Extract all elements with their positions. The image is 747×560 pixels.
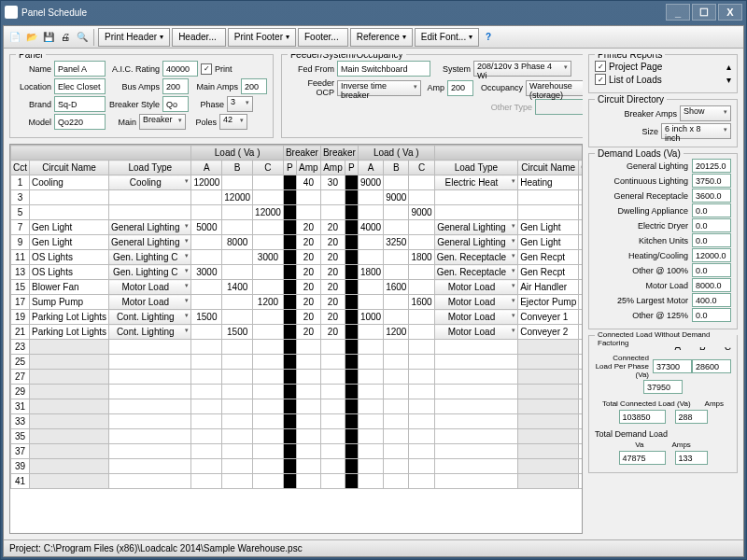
total-connected-va: 103850 xyxy=(619,410,666,424)
demand-value: 12000.0 xyxy=(692,248,731,262)
size-select[interactable]: 6 inch x 8 inch xyxy=(661,123,731,139)
demand-value: 3750.0 xyxy=(692,174,731,188)
bus-amps-input[interactable] xyxy=(162,78,189,94)
fed-from-input[interactable] xyxy=(337,61,430,77)
demand-value: 0.0 xyxy=(692,218,731,232)
system-select[interactable]: 208/120v 3 Phase 4 Wi xyxy=(473,61,571,77)
demand-value: 20125.0 xyxy=(692,159,731,173)
demand-value: 8000.0 xyxy=(692,278,731,292)
table-row[interactable]: 31200090004 xyxy=(11,190,584,205)
demand-value: 0.0 xyxy=(692,263,731,277)
table-row[interactable]: 3738 xyxy=(11,444,584,459)
occupancy-select[interactable]: Warehouse (storage) xyxy=(526,80,583,96)
connected-mid: 37950 xyxy=(643,380,683,394)
table-row[interactable]: 11OS LightsGen. Lighting C300020201800Ge… xyxy=(11,250,584,265)
main-amps-input[interactable] xyxy=(241,78,267,94)
report-down-icon[interactable]: ▾ xyxy=(726,75,731,85)
total-connected-amps: 288 xyxy=(675,410,708,424)
table-row[interactable]: 2930 xyxy=(11,385,584,399)
preview-icon[interactable]: 🔍 xyxy=(75,30,90,45)
table-row[interactable]: 19Parking Lot LightsCont. Lighting150020… xyxy=(11,310,584,325)
close-button[interactable]: X xyxy=(718,4,742,21)
list-loads-checkbox[interactable]: ✓ xyxy=(595,74,606,85)
demand-value: 0.0 xyxy=(692,233,731,247)
toolbar: 📄 📂 💾 🖨 🔍 Print Header Header... Print F… xyxy=(4,26,743,49)
feeder-amp-input[interactable] xyxy=(447,80,473,96)
new-icon[interactable]: 📄 xyxy=(7,30,22,45)
statusbar: Project: C:\Program Files (x86)\Loadcalc… xyxy=(4,539,743,556)
feeder-fieldset: Feeder/System/Occupancy Fed From System … xyxy=(281,54,583,138)
table-row[interactable]: 15Blower FanMotor Load140020201600Motor … xyxy=(11,280,584,295)
print-footer-button[interactable]: Print Footer xyxy=(228,28,296,47)
demand-value: 0.0 xyxy=(692,308,731,322)
footer-button[interactable]: Footer... xyxy=(298,28,348,47)
demand-loads-fieldset: Demand Loads (Va) General Lighting20125.… xyxy=(588,153,738,329)
circuit-directory-fieldset: Circuit Directory Breaker AmpsShow Size6… xyxy=(588,99,738,147)
phase-select[interactable]: 3 xyxy=(227,96,253,112)
demand-value: 0.0 xyxy=(692,203,731,217)
table-row[interactable]: 3940 xyxy=(11,459,584,474)
table-row[interactable]: 51200090006 xyxy=(11,205,584,220)
connected-load-fieldset: Connected Load Without Demand Factoring … xyxy=(588,335,738,473)
total-demand-va: 47875 xyxy=(619,451,666,465)
connected-c: 28600 xyxy=(692,359,731,373)
connected-a: 37300 xyxy=(653,359,692,373)
maximize-button[interactable]: ☐ xyxy=(692,4,716,21)
panel-name-input[interactable] xyxy=(54,61,106,77)
app-icon xyxy=(5,6,18,19)
project-page-checkbox[interactable]: ✓ xyxy=(595,61,606,72)
table-row[interactable]: 7Gen LightGeneral Lighting500020204000Ge… xyxy=(11,220,584,235)
save-icon[interactable]: 💾 xyxy=(41,30,56,45)
panel-fieldset: Panel Name A.I.C. Rating ✓ Print Locatio… xyxy=(9,54,274,138)
ocp-select[interactable]: Inverse time breaker xyxy=(337,80,421,96)
aic-input[interactable] xyxy=(162,61,198,77)
report-up-icon[interactable]: ▴ xyxy=(726,62,731,72)
help-icon[interactable]: ? xyxy=(481,30,496,45)
table-row[interactable]: 1CoolingCooling1200040309000Electric Hea… xyxy=(11,175,584,190)
table-row[interactable]: 2728 xyxy=(11,370,584,385)
minimize-button[interactable]: _ xyxy=(666,4,690,21)
brand-input[interactable] xyxy=(54,96,106,112)
table-row[interactable]: 2324 xyxy=(11,340,584,355)
table-row[interactable]: 21Parking Lot LightsCont. Lighting150020… xyxy=(11,325,584,340)
print-header-button[interactable]: Print Header xyxy=(98,28,170,47)
style-input[interactable] xyxy=(162,96,189,112)
poles-select[interactable]: 42 xyxy=(219,114,247,130)
printed-reports-fieldset: Printed Reports ✓Project Page▴ ✓List of … xyxy=(588,54,738,93)
location-input[interactable] xyxy=(54,78,106,94)
main-select[interactable]: Breaker xyxy=(139,114,186,130)
demand-value: 400.0 xyxy=(692,293,731,307)
titlebar: Panel Schedule _ ☐ X xyxy=(1,1,746,23)
open-icon[interactable]: 📂 xyxy=(24,30,39,45)
breaker-amps-select[interactable]: Show xyxy=(680,105,731,121)
table-row[interactable]: 9Gen LightGeneral Lighting800020203250Ge… xyxy=(11,235,584,250)
model-input[interactable] xyxy=(54,114,106,130)
other-type-input xyxy=(535,99,583,115)
edit-font-button[interactable]: Edit Font... xyxy=(415,28,479,47)
circuit-grid[interactable]: Load ( Va ) Breaker Breaker Load ( Va ) … xyxy=(9,144,583,534)
table-row[interactable]: 4142 xyxy=(11,474,584,489)
table-row[interactable]: 2526 xyxy=(11,355,584,370)
table-row[interactable]: 13OS LightsGen. Lighting C300020201800Ge… xyxy=(11,265,584,280)
window-title: Panel Schedule xyxy=(21,7,87,18)
demand-value: 3600.0 xyxy=(692,189,731,203)
print-checkbox[interactable]: ✓ xyxy=(201,63,212,75)
header-button[interactable]: Header... xyxy=(172,28,226,47)
table-row[interactable]: 3132 xyxy=(11,399,584,414)
reference-button[interactable]: Reference xyxy=(350,28,413,47)
table-row[interactable]: 17Sump PumpMotor Load120020201600Motor L… xyxy=(11,295,584,310)
total-demand-amps: 133 xyxy=(675,451,708,465)
table-row[interactable]: 3536 xyxy=(11,429,584,444)
table-row[interactable]: 3334 xyxy=(11,414,584,429)
print-icon[interactable]: 🖨 xyxy=(58,30,73,45)
